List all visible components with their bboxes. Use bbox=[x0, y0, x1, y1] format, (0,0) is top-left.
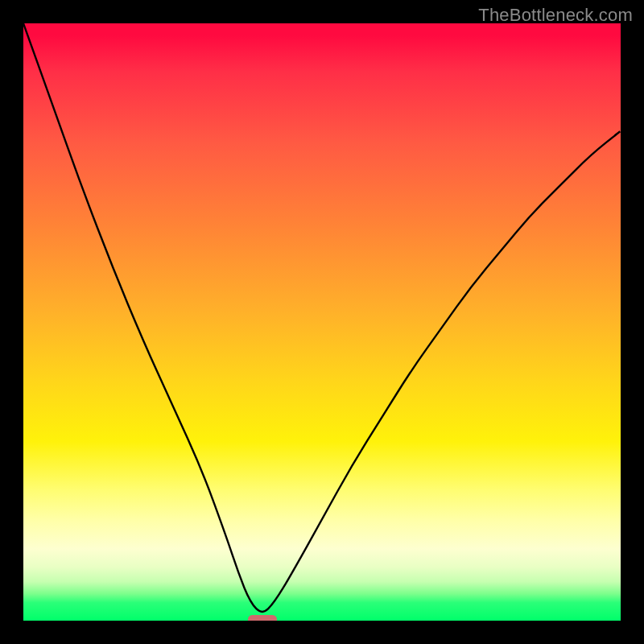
bottleneck-curve bbox=[23, 23, 621, 621]
watermark-text: TheBottleneck.com bbox=[478, 5, 633, 26]
plot-area bbox=[23, 23, 621, 621]
optimal-point-marker bbox=[248, 615, 277, 621]
chart-frame: TheBottleneck.com bbox=[0, 0, 644, 644]
